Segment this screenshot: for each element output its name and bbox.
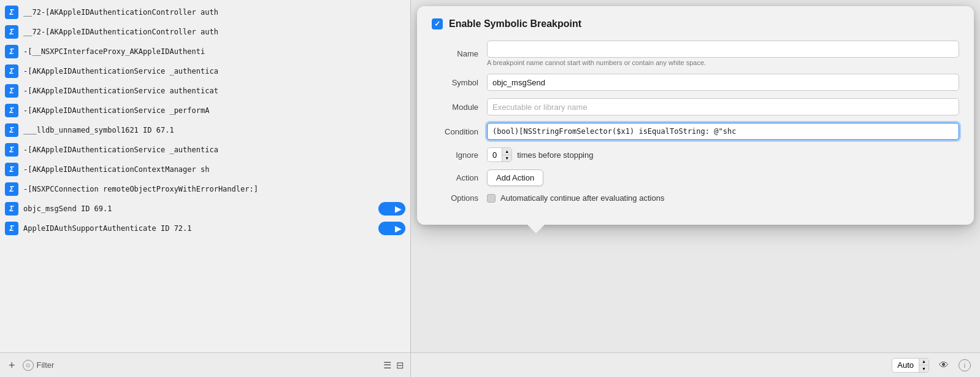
breakpoint-item[interactable]: Σ___lldb_unnamed_symbol1621 ID 67.1 bbox=[0, 120, 410, 140]
breakpoint-text: -[AKAppleIDAuthenticationService _authen… bbox=[23, 67, 218, 76]
breakpoint-icon: Σ bbox=[5, 123, 18, 137]
action-label: Action bbox=[432, 173, 487, 182]
breakpoint-icon: Σ bbox=[5, 104, 18, 117]
detail-view-button[interactable]: ⊟ bbox=[396, 360, 404, 371]
condition-label: Condition bbox=[432, 127, 487, 136]
breakpoint-icon: Σ bbox=[5, 64, 18, 78]
breakpoint-text: -[AKAppleIDAuthenticationContextManager … bbox=[23, 165, 209, 174]
name-row: Name A breakpoint name cannot start with… bbox=[432, 41, 959, 66]
breakpoint-text: -[NSXPCConnection remoteObjectProxyWithE… bbox=[23, 185, 258, 193]
symbol-field-wrap bbox=[487, 74, 959, 91]
right-content-area: Enable Symbolic Breakpoint Name A breakp… bbox=[411, 0, 980, 352]
list-view-button[interactable]: ☰ bbox=[383, 360, 391, 371]
breakpoint-badge: ▶ bbox=[378, 222, 405, 235]
left-bottom-toolbar: + ⊙ Filter ☰ ⊟ bbox=[0, 352, 410, 377]
options-controls: Automatically continue after evaluating … bbox=[487, 193, 959, 203]
breakpoint-text: ___lldb_unnamed_symbol1621 ID 67.1 bbox=[23, 126, 174, 134]
breakpoint-icon: Σ bbox=[5, 84, 18, 98]
ignore-field-wrap: 0 ▲ ▼ times before stopping bbox=[487, 147, 959, 162]
breakpoint-text: __72-[AKAppleIDAuthenticationController … bbox=[23, 28, 218, 36]
options-row: Options Automatically continue after eva… bbox=[432, 193, 959, 203]
ignore-label: Ignore bbox=[432, 150, 487, 160]
info-icon: i bbox=[964, 362, 965, 369]
condition-input[interactable] bbox=[487, 123, 959, 140]
action-field-wrap: Add Action bbox=[487, 169, 959, 186]
add-action-button[interactable]: Add Action bbox=[487, 169, 543, 186]
breakpoint-icon: Σ bbox=[5, 202, 18, 216]
name-input[interactable] bbox=[487, 41, 959, 58]
breakpoint-item[interactable]: Σ-[__NSXPCInterfaceProxy_AKAppleIDAuthen… bbox=[0, 42, 410, 61]
symbolic-breakpoint-popover: Enable Symbolic Breakpoint Name A breakp… bbox=[417, 6, 974, 225]
name-helper-text: A breakpoint name cannot start with numb… bbox=[487, 59, 959, 66]
right-panel: Enable Symbolic Breakpoint Name A breakp… bbox=[411, 0, 980, 377]
breakpoint-item[interactable]: Σ-[AKAppleIDAuthenticationService _authe… bbox=[0, 140, 410, 160]
filter-button[interactable]: ⊙ Filter bbox=[23, 360, 55, 371]
auto-continue-label: Automatically continue after evaluating … bbox=[500, 193, 664, 203]
breakpoint-text: __72-[AKAppleIDAuthenticationController … bbox=[23, 8, 218, 17]
filter-icon: ⊙ bbox=[23, 360, 34, 371]
condition-field-wrap bbox=[487, 123, 959, 140]
breakpoint-text: AppleIDAuthSupportAuthenticate ID 72.1 bbox=[23, 224, 192, 233]
filter-label: Filter bbox=[37, 360, 55, 370]
ignore-decrement-button[interactable]: ▼ bbox=[502, 155, 511, 162]
ignore-value: 0 bbox=[488, 148, 502, 161]
symbol-row: Symbol bbox=[432, 74, 959, 91]
symbol-input[interactable] bbox=[487, 74, 959, 91]
breakpoint-item[interactable]: Σ-[AKAppleIDAuthenticationContextManager… bbox=[0, 160, 410, 179]
breakpoint-item[interactable]: ΣAppleIDAuthSupportAuthenticate ID 72.1▶ bbox=[0, 219, 410, 238]
breakpoint-icon: Σ bbox=[5, 222, 18, 235]
breakpoint-icon: Σ bbox=[5, 163, 18, 176]
module-label: Module bbox=[432, 103, 487, 112]
breakpoint-list: Σ__72-[AKAppleIDAuthenticationController… bbox=[0, 0, 410, 352]
ignore-stepper[interactable]: 0 ▲ ▼ bbox=[487, 147, 512, 162]
ignore-controls: 0 ▲ ▼ times before stopping bbox=[487, 147, 959, 162]
breakpoint-list-panel: Σ__72-[AKAppleIDAuthenticationController… bbox=[0, 0, 411, 377]
breakpoint-item[interactable]: Σ-[AKAppleIDAuthenticationService authen… bbox=[0, 81, 410, 101]
options-field-wrap: Automatically continue after evaluating … bbox=[487, 193, 959, 203]
module-row: Module bbox=[432, 98, 959, 115]
add-breakpoint-button[interactable]: + bbox=[6, 360, 18, 371]
breakpoint-badge: ▶ bbox=[378, 202, 405, 216]
right-bottom-toolbar: Auto ▲ ▼ 👁 i bbox=[411, 352, 980, 377]
breakpoint-item[interactable]: Σ-[NSXPCConnection remoteObjectProxyWith… bbox=[0, 179, 410, 199]
popover-title: Enable Symbolic Breakpoint bbox=[449, 18, 581, 29]
ignore-stepper-buttons: ▲ ▼ bbox=[502, 148, 511, 161]
action-row: Action Add Action bbox=[432, 169, 959, 186]
breakpoint-item[interactable]: Σ-[AKAppleIDAuthenticationService _authe… bbox=[0, 61, 410, 81]
breakpoint-icon: Σ bbox=[5, 182, 18, 196]
breakpoint-text: -[AKAppleIDAuthenticationService authent… bbox=[23, 87, 218, 95]
symbol-label: Symbol bbox=[432, 78, 487, 87]
popover-arrow bbox=[527, 225, 545, 233]
auto-stepper-buttons: ▲ ▼ bbox=[919, 359, 928, 372]
breakpoint-text: objc_msgSend ID 69.1 bbox=[23, 204, 112, 213]
auto-decrement-button[interactable]: ▼ bbox=[919, 365, 928, 372]
breakpoint-item[interactable]: Σ__72-[AKAppleIDAuthenticationController… bbox=[0, 2, 410, 22]
auto-stepper[interactable]: Auto ▲ ▼ bbox=[892, 358, 929, 373]
breakpoint-item[interactable]: Σobjc_msgSend ID 69.1▶ bbox=[0, 199, 410, 219]
breakpoint-item[interactable]: Σ__72-[AKAppleIDAuthenticationController… bbox=[0, 22, 410, 42]
breakpoint-icon: Σ bbox=[5, 45, 18, 58]
module-field-wrap bbox=[487, 98, 959, 115]
enable-checkbox[interactable] bbox=[432, 18, 443, 29]
popover-header: Enable Symbolic Breakpoint bbox=[432, 18, 959, 29]
name-label: Name bbox=[432, 49, 487, 58]
breakpoint-text: -[__NSXPCInterfaceProxy_AKAppleIDAuthent… bbox=[23, 47, 205, 56]
ignore-increment-button[interactable]: ▲ bbox=[502, 148, 511, 155]
ignore-times-label: times before stopping bbox=[517, 150, 593, 160]
info-button[interactable]: i bbox=[959, 359, 971, 371]
module-input[interactable] bbox=[487, 98, 959, 115]
options-label: Options bbox=[432, 193, 487, 203]
name-field-wrap: A breakpoint name cannot start with numb… bbox=[487, 41, 959, 66]
breakpoint-icon: Σ bbox=[5, 25, 18, 39]
ignore-row: Ignore 0 ▲ ▼ times before stopping bbox=[432, 147, 959, 162]
auto-value: Auto bbox=[892, 359, 919, 372]
breakpoint-text: -[AKAppleIDAuthenticationService _perfor… bbox=[23, 106, 209, 115]
breakpoint-icon: Σ bbox=[5, 143, 18, 157]
eye-button[interactable]: 👁 bbox=[939, 360, 949, 371]
condition-row: Condition bbox=[432, 123, 959, 140]
auto-continue-checkbox[interactable] bbox=[487, 194, 496, 203]
auto-increment-button[interactable]: ▲ bbox=[919, 359, 928, 366]
breakpoint-text: -[AKAppleIDAuthenticationService _authen… bbox=[23, 146, 218, 154]
breakpoint-item[interactable]: Σ-[AKAppleIDAuthenticationService _perfo… bbox=[0, 101, 410, 120]
breakpoint-icon: Σ bbox=[5, 6, 18, 19]
